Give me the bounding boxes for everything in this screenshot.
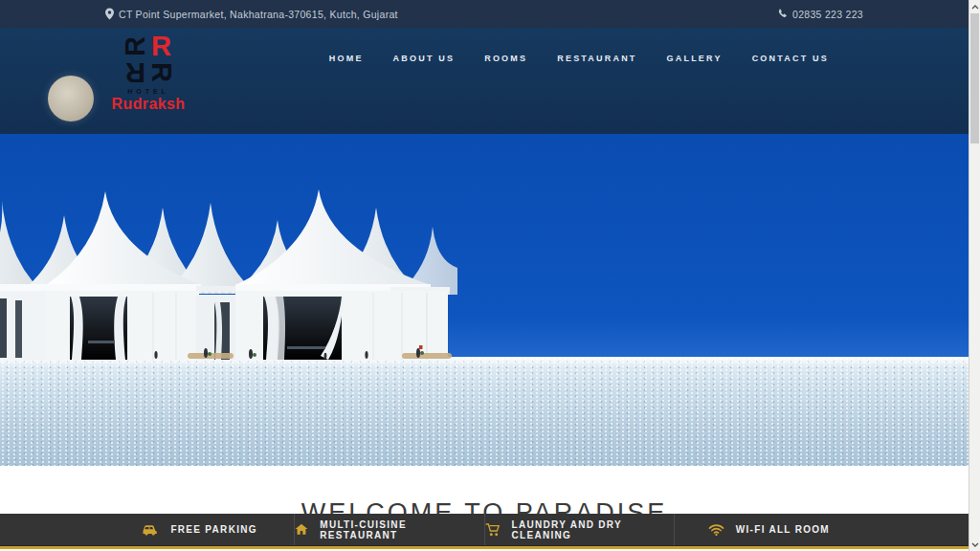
main-menu: HOME ABOUT US ROOMS RESTAURANT GALLERY C…: [329, 54, 829, 134]
logo-r-bottomleft: R: [122, 59, 148, 85]
moon-graphic: [48, 76, 94, 121]
vertical-scrollbar[interactable]: [969, 0, 980, 551]
feature-free-parking: FREE PARKING: [105, 514, 294, 545]
phone-icon: [777, 9, 788, 19]
scrollbar-down-button[interactable]: [969, 538, 980, 551]
nav-item-restaurant[interactable]: RESTAURANT: [557, 54, 636, 134]
welcome-section: WELCOME TO PARADISE: [0, 466, 969, 514]
feature-bar: FREE PARKING MULTI-CUISINE RESTAURANT LA…: [0, 514, 969, 545]
phone-number: 02835 223 223: [792, 9, 863, 20]
nav-item-home[interactable]: HOME: [329, 54, 364, 134]
logo-r-bottomright: R: [148, 59, 174, 85]
logo[interactable]: R R R R HOTEL Rudraksh: [107, 33, 189, 113]
scrollbar-up-button[interactable]: [969, 0, 980, 13]
welcome-heading: WELCOME TO PARADISE: [0, 466, 969, 514]
logo-r-mark: R R R R: [107, 33, 189, 85]
nav-item-gallery[interactable]: GALLERY: [667, 54, 723, 134]
scrollbar-thumb[interactable]: [970, 13, 979, 143]
topbar: CT Point Supermarket, Nakhatrana-370615,…: [0, 0, 969, 28]
wifi-icon: [708, 523, 724, 536]
tents-illustration: [0, 134, 457, 364]
car-icon: [142, 523, 159, 536]
feature-label: LAUNDRY AND DRY CLEANING: [512, 519, 674, 540]
location-pin-icon: [105, 8, 114, 20]
hero-banner: [0, 134, 969, 466]
chevron-down-icon: [971, 542, 979, 547]
feature-label: WI-FI ALL ROOM: [736, 524, 830, 535]
nav-item-contact-us[interactable]: CONTACT US: [752, 54, 829, 134]
logo-brand-name: Rudraksh: [107, 96, 189, 113]
address-text: CT Point Supermarket, Nakhatrana-370615,…: [119, 9, 398, 20]
logo-r-topright: R: [148, 33, 174, 59]
nav-item-rooms[interactable]: ROOMS: [484, 54, 527, 134]
feature-wifi: WI-FI ALL ROOM: [674, 514, 863, 545]
feature-label: FREE PARKING: [170, 524, 256, 535]
chevron-up-icon: [971, 5, 979, 10]
hotel-rudraksh-page: CT Point Supermarket, Nakhatrana-370615,…: [0, 0, 969, 551]
phone: 02835 223 223: [777, 9, 863, 20]
navbar: R R R R HOTEL Rudraksh HOME ABOUT US ROO…: [0, 28, 969, 134]
nav-item-about-us[interactable]: ABOUT US: [393, 54, 456, 134]
cart-icon: [485, 523, 501, 537]
logo-r-topleft: R: [122, 33, 148, 59]
home-icon: [295, 523, 308, 536]
salt-desert-ground: [0, 357, 969, 466]
feature-restaurant: MULTI-CUISINE RESTAURANT: [294, 514, 483, 545]
feature-laundry: LAUNDRY AND DRY CLEANING: [484, 514, 674, 545]
logo-hotel-word: HOTEL: [107, 88, 189, 95]
address: CT Point Supermarket, Nakhatrana-370615,…: [105, 8, 398, 20]
feature-label: MULTI-CUISINE RESTAURANT: [320, 519, 483, 540]
